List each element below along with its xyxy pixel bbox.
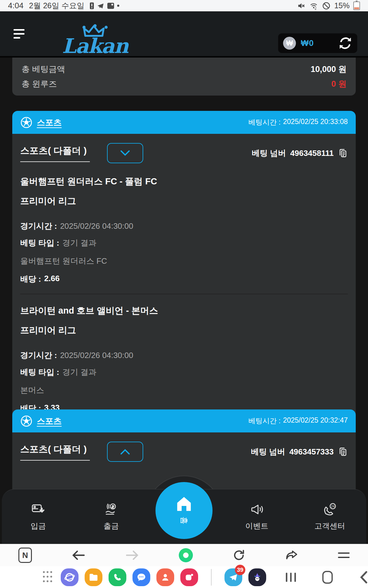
screen: 4:04 2월 26일 수요일 15% Lakan: [0, 0, 368, 588]
dock-divider: [211, 569, 212, 586]
browser-menu-button[interactable]: [338, 552, 350, 558]
browser-toolbar: N: [0, 544, 368, 566]
bet-summary-panel: 총 베팅금액 10,000 원 총 윈루즈 0 원: [12, 58, 356, 96]
folder-type-label: 스포츠( 다폴더 ): [20, 145, 90, 162]
copy-icon: [338, 447, 348, 457]
picked-team: 본머스: [20, 385, 348, 396]
soccer-icon: [20, 116, 33, 129]
taskbar-dock: 39: [0, 566, 368, 588]
match-time-value: 2025/02/26 04:30:00: [60, 351, 133, 360]
bet-number-label: 베팅 넘버: [252, 148, 286, 159]
wallet-chip[interactable]: ₩ ₩0: [278, 33, 357, 53]
mute-icon: [297, 2, 305, 10]
naver-button[interactable]: N: [18, 548, 32, 563]
app-drawer-button[interactable]: [43, 571, 52, 583]
interruption-blocked-icon: [322, 2, 331, 10]
app-header: Lakan ₩ ₩0: [0, 11, 368, 58]
nav-item-events[interactable]: 이벤트: [220, 503, 293, 531]
match-title: 브라이턴 and 호브 앨비언 - 본머스: [20, 305, 348, 317]
match-league: 프리미어 리그: [20, 195, 348, 207]
total-bet-label: 총 베팅금액: [21, 64, 65, 75]
bet-type-label: 베팅 타입 :: [20, 367, 59, 378]
copy-bet-number-button[interactable]: [338, 447, 348, 457]
refresh-icon: [338, 36, 352, 50]
nav-item-deposit[interactable]: 입금: [2, 503, 75, 531]
android-back-button[interactable]: [359, 571, 368, 584]
collapse-toggle-button[interactable]: [107, 143, 143, 163]
camera-app-icon[interactable]: [180, 568, 198, 586]
match-time-value: 2025/02/26 04:30:00: [60, 221, 133, 231]
browser-back-button[interactable]: [71, 549, 86, 561]
match-entry: 브라이턴 and 호브 앨비언 - 본머스 프리미어 리그 경기시간 :2025…: [20, 305, 348, 414]
home-icon: [175, 496, 193, 512]
folder-type-label: 스포츠( 다폴더 ): [20, 443, 90, 461]
menu-button[interactable]: [13, 29, 27, 41]
recent-apps-button[interactable]: [286, 573, 296, 582]
bet-number-value: 4963457333: [289, 447, 334, 457]
expand-toggle-button[interactable]: [107, 442, 143, 462]
notification-badge: 39: [235, 565, 245, 575]
date: 2월 26일 수요일: [29, 1, 85, 11]
chevron-down-icon: [120, 150, 131, 156]
withdraw-coins-icon: [104, 503, 118, 516]
nav-label: 이벤트: [245, 521, 268, 531]
nav-item-support[interactable]: 24 고객센터: [293, 503, 366, 531]
notification-icons: [90, 2, 119, 9]
phone-app-icon[interactable]: [109, 568, 126, 586]
logo-text: Lakan: [62, 34, 128, 58]
bet-number-label: 베팅 넘버: [251, 447, 285, 457]
support-24h-phone-icon: 24: [322, 503, 337, 516]
copy-icon: [338, 148, 348, 158]
browser-home-button[interactable]: [179, 548, 193, 562]
category-link[interactable]: 스포츠: [37, 117, 62, 128]
nav-label: 고객센터: [314, 521, 345, 531]
wallet-balance: ₩0: [301, 39, 314, 48]
bet-time-label: 베팅시간 :: [248, 416, 281, 426]
refresh-balance-button[interactable]: [338, 36, 352, 50]
total-winlose-value: 0 원: [331, 78, 347, 89]
screenshot-notification-icon: [107, 3, 114, 9]
nav-label: 홈: [179, 517, 189, 524]
megaphone-icon: [250, 503, 264, 516]
bet-card-header: 스포츠 베팅시간 : 2025/02/25 20:32:47: [12, 409, 356, 432]
android-home-button[interactable]: [322, 571, 333, 584]
battery-percent: 15%: [334, 1, 350, 10]
category-link[interactable]: 스포츠: [37, 416, 62, 427]
more-notifications-dot: [117, 5, 119, 7]
soccer-icon: [20, 415, 33, 427]
browser-share-button[interactable]: [285, 549, 299, 562]
picked-team: 울버햄프턴 원더러스 FC: [20, 256, 348, 266]
match-entry: 울버햄프턴 원더러스 FC - 풀럼 FC 프리미어 리그 경기시간 :2025…: [20, 175, 348, 285]
copy-bet-number-button[interactable]: [338, 148, 348, 158]
match-time-label: 경기시간 :: [20, 350, 57, 361]
telegram-notification-icon: [97, 2, 104, 9]
bet-number-value: 4963458111: [290, 149, 334, 158]
contacts-app-icon[interactable]: [156, 568, 174, 586]
nav-label: 출금: [103, 521, 119, 531]
bet-card-header: 스포츠 베팅시간 : 2025/02/25 20:33:08: [12, 111, 356, 134]
messages-app-icon[interactable]: [132, 568, 150, 586]
telegram-app-icon[interactable]: 39: [224, 568, 242, 586]
nav-item-withdraw[interactable]: 출금: [75, 503, 148, 531]
status-bar: 4:04 2월 26일 수요일 15%: [0, 0, 368, 11]
game-app-icon[interactable]: [248, 568, 266, 586]
odds-label: 배당 :: [20, 274, 41, 285]
total-bet-value: 10,000 원: [311, 64, 347, 75]
nav-item-home[interactable]: 홈: [155, 482, 213, 539]
bet-type-value: 경기 결과: [62, 367, 96, 378]
battery-alert-icon: [90, 2, 94, 9]
browser-forward-button[interactable]: [125, 549, 140, 561]
chevron-up-icon: [120, 448, 131, 455]
bet-type-value: 경기 결과: [62, 238, 96, 248]
samsung-internet-app-icon[interactable]: [61, 568, 79, 586]
nav-label: 입금: [31, 521, 46, 531]
browser-refresh-button[interactable]: [232, 548, 246, 562]
bet-time-value: 2025/02/25 20:33:08: [283, 118, 348, 127]
bet-time-value: 2025/02/25 20:32:47: [283, 416, 348, 426]
match-time-label: 경기시간 :: [20, 221, 57, 232]
logo[interactable]: Lakan: [55, 24, 135, 56]
my-files-app-icon[interactable]: [85, 568, 102, 586]
clock: 4:04: [8, 1, 24, 10]
odds-value: 2.66: [44, 274, 60, 285]
bet-type-label: 베팅 타입 :: [20, 238, 59, 248]
